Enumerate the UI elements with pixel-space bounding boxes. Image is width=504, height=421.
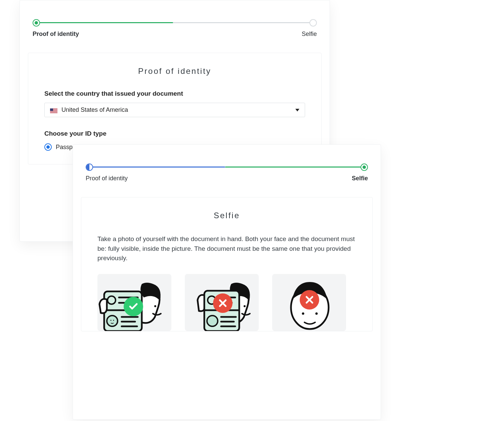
- svg-point-16: [113, 320, 114, 321]
- radio-icon: [44, 143, 52, 151]
- svg-point-14: [107, 316, 118, 326]
- svg-point-32: [316, 312, 318, 315]
- stepper-track-fill: [37, 22, 173, 23]
- cross-icon: [213, 293, 233, 313]
- svg-rect-5: [50, 111, 57, 112]
- svg-point-8: [154, 305, 156, 307]
- step-node-1: [86, 163, 93, 171]
- check-icon: [124, 297, 143, 316]
- panel-selfie: Proof of identity Selfie Selfie Take a p…: [73, 144, 381, 420]
- selfie-card: Selfie Take a photo of yourself with the…: [81, 197, 373, 331]
- country-value: United States of America: [61, 106, 128, 113]
- step-node-1: [33, 19, 40, 27]
- svg-point-15: [111, 320, 112, 321]
- selfie-example-correct: [97, 274, 171, 331]
- selfie-examples: [97, 274, 356, 331]
- step-label-1: Proof of identity: [86, 175, 128, 182]
- step-node-2: [361, 163, 368, 171]
- country-select[interactable]: United States of America: [44, 103, 305, 117]
- card-title: Selfie: [97, 211, 356, 220]
- stepper-track-fill-2: [225, 167, 364, 168]
- svg-point-31: [302, 312, 304, 315]
- step-label-2: Selfie: [302, 31, 317, 38]
- svg-point-26: [207, 316, 218, 326]
- selfie-example-wrong-no-doc: [272, 274, 346, 331]
- country-label: Select the country that issued your docu…: [44, 90, 305, 97]
- id-type-label: Choose your ID type: [44, 130, 305, 137]
- step-node-2: [309, 19, 317, 27]
- stepper: Proof of identity Selfie: [86, 163, 368, 187]
- stepper: Proof of identity Selfie: [33, 19, 317, 43]
- svg-rect-4: [50, 111, 57, 111]
- cross-icon: [300, 290, 319, 310]
- svg-rect-7: [50, 108, 53, 111]
- step-label-1: Proof of identity: [33, 31, 79, 38]
- svg-rect-6: [50, 112, 57, 112]
- card-title: Proof of identity: [44, 66, 305, 76]
- chevron-down-icon: [295, 109, 299, 111]
- selfie-description: Take a photo of yourself with the docume…: [97, 234, 356, 263]
- selfie-example-wrong-covered: [185, 274, 259, 331]
- stepper-track-fill-1: [90, 167, 225, 168]
- us-flag-icon: [50, 108, 57, 112]
- svg-point-20: [244, 305, 246, 307]
- step-label-2: Selfie: [352, 175, 368, 182]
